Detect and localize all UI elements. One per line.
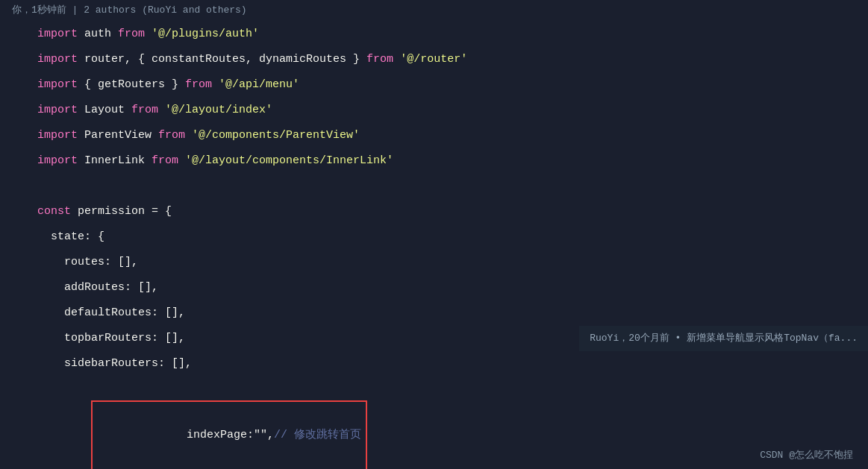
code-line-5: import ParentView from '@/components/Par… bbox=[0, 123, 868, 148]
code-line-14: sidebarRouters: [], bbox=[0, 351, 868, 377]
line-content bbox=[37, 175, 868, 198]
code-line-3: import { getRouters } from '@/api/menu' bbox=[0, 72, 868, 98]
code-line-13: topbarRouters: [], RuoYi，20个月前 • 新增菜单导航显… bbox=[0, 326, 868, 351]
line-content: import ParentView from '@/components/Par… bbox=[37, 125, 868, 147]
blame-text: RuoYi，20个月前 • 新增菜单导航显示风格TopNav（fa... bbox=[590, 327, 858, 350]
code-line-2: import router, { constantRoutes, dynamic… bbox=[0, 47, 868, 72]
code-editor: 你，1秒钟前 | 2 authors (RuoYi and others) im… bbox=[0, 0, 868, 469]
code-line-11: addRoutes: [], bbox=[0, 275, 868, 300]
line-content: const permission = { bbox=[37, 201, 868, 223]
line-content: routes: [], bbox=[37, 251, 868, 274]
line-content: import InnerLink from '@/layout/componen… bbox=[37, 150, 868, 172]
code-line-8: const permission = { bbox=[0, 199, 868, 224]
code-line-9: state: { bbox=[0, 224, 868, 250]
line-content: state: { bbox=[37, 226, 868, 248]
code-line-6: import InnerLink from '@/layout/componen… bbox=[0, 148, 868, 174]
line-content: import { getRouters } from '@/api/menu' bbox=[37, 74, 868, 96]
git-header: 你，1秒钟前 | 2 authors (RuoYi and others) bbox=[0, 0, 868, 22]
csdn-watermark: CSDN @怎么吃不饱捏 bbox=[760, 448, 853, 462]
code-line-12: defaultRoutes: [], bbox=[0, 300, 868, 326]
line-content: import Layout from '@/layout/index' bbox=[37, 99, 868, 122]
code-lines: import auth from '@/plugins/auth' import… bbox=[0, 22, 868, 469]
code-line-empty bbox=[0, 174, 868, 199]
git-blame-popup: RuoYi，20个月前 • 新增菜单导航显示风格TopNav（fa... bbox=[579, 326, 868, 351]
code-line-10: routes: [], bbox=[0, 250, 868, 275]
highlighted-code-box: indexPage:"",// 修改跳转首页 bbox=[91, 400, 367, 469]
line-content: import auth from '@/plugins/auth' bbox=[37, 23, 868, 45]
line-content: indexPage:"",// 修改跳转首页 bbox=[37, 378, 868, 469]
line-content: defaultRoutes: [], bbox=[37, 302, 868, 324]
git-header-text: 你，1秒钟前 | 2 authors (RuoYi and others) bbox=[12, 4, 247, 16]
line-content: import router, { constantRoutes, dynamic… bbox=[37, 48, 868, 71]
code-line-15: indexPage:"",// 修改跳转首页 bbox=[0, 377, 868, 469]
code-line-1: import auth from '@/plugins/auth' bbox=[0, 22, 868, 47]
watermark-text: CSDN @怎么吃不饱捏 bbox=[760, 450, 853, 461]
line-content: sidebarRouters: [], bbox=[37, 353, 868, 375]
line-content: addRoutes: [], bbox=[37, 277, 868, 299]
code-line-4: import Layout from '@/layout/index' bbox=[0, 98, 868, 123]
